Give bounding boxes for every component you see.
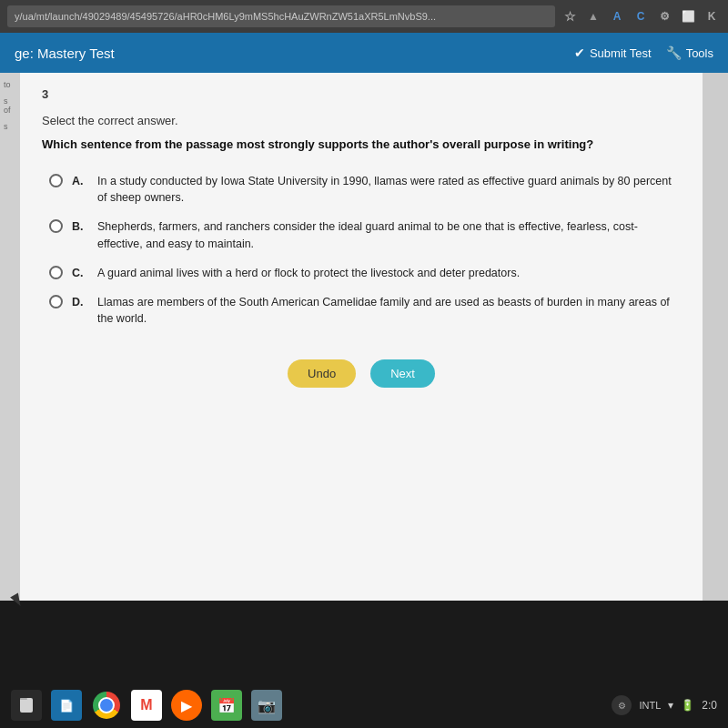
wifi-icon: ▾: [668, 699, 673, 712]
option-radio-d[interactable]: [49, 295, 63, 308]
question-text: Which sentence from the passage most str…: [42, 136, 681, 153]
url-bar[interactable]: y/ua/mt/launch/49029489/45495726/aHR0cHM…: [7, 5, 555, 27]
browser-bar: y/ua/mt/launch/49029489/45495726/aHR0cHM…: [0, 0, 728, 33]
option-item-a: A. In a study conducted by Iowa State Un…: [49, 173, 681, 206]
extension-icon[interactable]: ▲: [584, 7, 602, 25]
sidebar-line2: s of: [4, 96, 16, 115]
main-area: to s of s 3 Select the correct answer. W…: [0, 73, 728, 601]
question-instruction: Select the correct answer.: [42, 114, 681, 127]
submit-test-button[interactable]: ✔ Submit Test: [574, 46, 652, 60]
intl-label: INTL: [639, 700, 661, 711]
option-radio-a[interactable]: [49, 174, 63, 187]
tools-label: Tools: [686, 46, 713, 60]
taskbar-chrome-icon[interactable]: [91, 690, 122, 721]
undo-button[interactable]: Undo: [288, 359, 356, 388]
settings-icon[interactable]: ⚙: [655, 7, 673, 25]
tools-button[interactable]: 🔧 Tools: [666, 46, 713, 60]
question-number: 3: [42, 87, 681, 101]
option-text-d: Llamas are members of the South American…: [97, 294, 681, 327]
k-icon[interactable]: K: [703, 7, 721, 25]
submit-label: Submit Test: [590, 46, 652, 60]
taskbar-gmail-icon[interactable]: M: [131, 690, 162, 721]
c-icon[interactable]: C: [632, 7, 650, 25]
app-header: ge: Mastery Test ✔ Submit Test 🔧 Tools: [0, 33, 728, 73]
option-radio-b[interactable]: [49, 219, 63, 233]
clock: 2:0: [702, 699, 717, 712]
settings-orb-icon[interactable]: ⚙: [612, 695, 632, 715]
bookmark-icon[interactable]: ☆: [561, 7, 579, 25]
a-icon[interactable]: A: [608, 7, 626, 25]
option-label-c: C.: [72, 265, 88, 281]
option-text-a: In a study conducted by Iowa State Unive…: [97, 173, 681, 206]
option-item-b: B. Shepherds, farmers, and ranchers cons…: [49, 218, 681, 251]
svg-rect-0: [20, 698, 33, 713]
taskbar-calendar-icon[interactable]: 📅: [211, 690, 242, 721]
taskbar-status-area: ⚙ INTL ▾ 🔋 2:0: [612, 695, 717, 715]
left-sidebar: to s of s: [0, 73, 20, 601]
next-button[interactable]: Next: [370, 359, 435, 388]
taskbar-camera-icon[interactable]: 📷: [251, 690, 282, 721]
taskbar-play-icon[interactable]: ▶: [171, 690, 202, 721]
browser-icons: ☆ ▲ A C ⚙ ⬜ K: [561, 7, 721, 25]
option-label-a: A.: [72, 173, 88, 189]
option-item-c: C. A guard animal lives with a herd or f…: [49, 265, 681, 281]
options-list: A. In a study conducted by Iowa State Un…: [49, 173, 681, 327]
option-label-b: B.: [72, 218, 88, 235]
cursor: [13, 594, 22, 609]
action-buttons: Undo Next: [42, 359, 681, 388]
taskbar-files-icon[interactable]: [11, 690, 42, 721]
sidebar-line1: to: [4, 80, 16, 89]
taskbar: 📄 M ▶ 📅 📷 ⚙ INTL ▾ 🔋 2:0: [0, 682, 728, 728]
option-text-c: A guard animal lives with a herd or floc…: [97, 265, 681, 281]
svg-rect-1: [20, 698, 27, 700]
option-radio-c[interactable]: [49, 266, 63, 279]
right-panel: [703, 73, 728, 601]
question-panel: 3 Select the correct answer. Which sente…: [20, 73, 703, 601]
battery-icon: 🔋: [681, 699, 694, 712]
option-item-d: D. Llamas are members of the South Ameri…: [49, 294, 681, 327]
submit-icon: ✔: [574, 46, 585, 60]
tools-icon: 🔧: [666, 46, 682, 60]
taskbar-docs-icon[interactable]: 📄: [51, 690, 82, 721]
window-icon[interactable]: ⬜: [679, 7, 697, 25]
option-label-d: D.: [72, 294, 88, 310]
option-text-b: Shepherds, farmers, and ranchers conside…: [97, 218, 681, 251]
page-title: ge: Mastery Test: [15, 46, 115, 61]
url-text: y/ua/mt/launch/49029489/45495726/aHR0cHM…: [15, 11, 436, 22]
sidebar-line3: s: [4, 122, 16, 131]
header-actions: ✔ Submit Test 🔧 Tools: [574, 46, 713, 60]
